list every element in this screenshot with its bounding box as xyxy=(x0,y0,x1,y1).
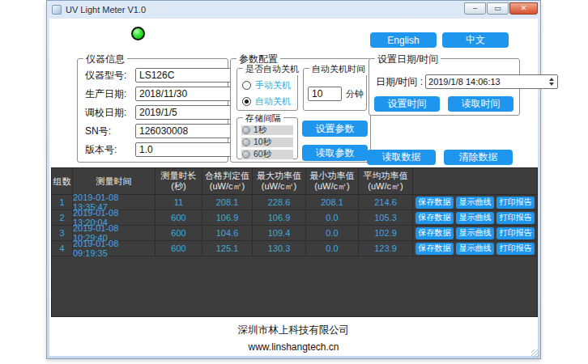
print-report-button[interactable]: 打印报告 xyxy=(496,227,535,239)
radio-interval-60s: 60秒 xyxy=(241,150,293,159)
close-button[interactable]: ✕ xyxy=(509,2,538,15)
read-time-button[interactable]: 读取时间 xyxy=(448,96,513,112)
website-url: www.linshangtech.cn xyxy=(49,341,538,353)
table-row[interactable]: 4 2019-01-08 09:19:35 600 125.1 130.3 0.… xyxy=(52,241,537,256)
resize-grip[interactable] xyxy=(531,349,539,358)
field-row: 版本号: xyxy=(85,142,220,157)
client-area: English 中文 仪器信息 仪器型号: 生产日期: 调校日期: S xyxy=(49,19,538,356)
cell-group-number: 2 xyxy=(52,210,73,225)
set-time-button[interactable]: 设置时间 xyxy=(374,96,440,112)
clear-data-button[interactable]: 清除数据 xyxy=(444,150,513,165)
radio-auto-off[interactable]: 自动关机 xyxy=(242,95,292,108)
show-curve-button[interactable]: 显示曲线 xyxy=(456,212,494,224)
radio-interval-1s: 1秒 xyxy=(241,125,293,135)
cell-qualified-value: 208.1 xyxy=(202,195,253,210)
minutes-unit-label: 分钟 xyxy=(346,88,364,100)
cell-actions: 保存数据 显示曲线 打印报告 xyxy=(413,226,537,240)
radio-disabled-icon xyxy=(242,138,250,146)
maximize-icon: ▭ xyxy=(494,4,501,12)
cell-min-power: 0.0 xyxy=(306,210,359,225)
cell-qualified-value: 125.1 xyxy=(202,241,253,256)
set-params-button[interactable]: 设置参数 xyxy=(302,121,368,137)
auto-off-legend: 是否自动关机 xyxy=(243,63,301,75)
radio-unselected-icon[interactable] xyxy=(242,81,251,90)
cell-group-number: 4 xyxy=(52,241,73,256)
cell-duration: 11 xyxy=(156,195,202,210)
cell-avg-power: 102.9 xyxy=(359,226,413,240)
param-config-group: 参数配置 是否自动关机 手动关机 自动关机 自动关机时间 xyxy=(230,58,371,163)
spinner-up-icon[interactable] xyxy=(549,78,554,81)
cell-actions: 保存数据 显示曲线 打印报告 xyxy=(413,195,537,210)
cell-actions: 保存数据 显示曲线 打印报告 xyxy=(413,210,537,225)
english-button[interactable]: English xyxy=(370,32,437,48)
header-min-power: 最小功率值(uW/c㎡) xyxy=(306,168,359,194)
desktop: UV Light Meter V1.0 – ▭ ✕ English 中文 仪器信… xyxy=(0,0,588,364)
measurement-table: 组数 测量时间 测量时长(秒) 合格判定值(uW/c㎡) 最大功率值(uW/c㎡… xyxy=(51,167,538,317)
radio-selected-icon[interactable] xyxy=(242,97,251,106)
close-icon: ✕ xyxy=(521,4,527,12)
header-qualified-value: 合格判定值(uW/c㎡) xyxy=(202,168,253,194)
cell-min-power: 208.1 xyxy=(306,195,359,210)
show-curve-button[interactable]: 显示曲线 xyxy=(456,243,494,255)
field-row: SN号: xyxy=(85,124,220,138)
cell-duration: 600 xyxy=(156,226,202,240)
show-curve-button[interactable]: 显示曲线 xyxy=(456,197,494,209)
storage-interval-legend: 存储间隔 xyxy=(243,112,283,125)
header-duration: 测量时长(秒) xyxy=(156,168,202,194)
field-row: 仪器型号: xyxy=(85,68,220,83)
save-data-button[interactable]: 保存数据 xyxy=(415,197,454,209)
company-name: 深圳市林上科技有限公司 xyxy=(49,324,538,337)
auto-off-group: 是否自动关机 手动关机 自动关机 xyxy=(236,68,298,111)
cell-group-number: 1 xyxy=(52,195,73,210)
field-row: 调校日期: xyxy=(85,105,220,120)
header-avg-power: 平均功率值(uW/c㎡) xyxy=(359,168,413,194)
save-data-button[interactable]: 保存数据 xyxy=(415,243,454,255)
cell-avg-power: 214.6 xyxy=(359,195,413,210)
cell-max-power: 106.9 xyxy=(253,210,306,225)
cell-max-power: 109.4 xyxy=(253,226,306,240)
print-report-button[interactable]: 打印报告 xyxy=(496,212,535,224)
cell-avg-power: 123.9 xyxy=(359,241,413,256)
field-row: 生产日期: xyxy=(85,87,220,101)
cell-qualified-value: 104.6 xyxy=(202,226,253,240)
header-measure-time: 测量时间 xyxy=(73,168,156,194)
radio-interval-60s-label: 60秒 xyxy=(254,149,271,160)
maximize-button[interactable]: ▭ xyxy=(487,2,509,15)
production-date-label: 生产日期: xyxy=(85,87,135,101)
radio-manual-off-label: 手动关机 xyxy=(255,79,291,91)
auto-off-time-legend: 自动关机时间 xyxy=(309,63,368,75)
cell-qualified-value: 106.9 xyxy=(202,210,253,225)
radio-auto-off-label: 自动关机 xyxy=(255,95,291,108)
header-group-number: 组数 xyxy=(52,168,73,194)
print-report-button[interactable]: 打印报告 xyxy=(496,243,535,255)
datetime-input[interactable] xyxy=(426,77,546,87)
app-icon xyxy=(52,5,62,15)
spinner-down-icon[interactable] xyxy=(549,83,554,86)
header-max-power: 最大功率值(uW/c㎡) xyxy=(253,168,306,194)
cell-actions: 保存数据 显示曲线 打印报告 xyxy=(413,241,537,256)
minimize-icon: – xyxy=(473,4,477,12)
show-curve-button[interactable]: 显示曲线 xyxy=(456,227,494,239)
chinese-button[interactable]: 中文 xyxy=(442,32,509,48)
save-data-button[interactable]: 保存数据 xyxy=(415,212,454,224)
status-led-icon xyxy=(131,27,145,40)
print-report-button[interactable]: 打印报告 xyxy=(496,197,535,209)
cell-group-number: 3 xyxy=(52,226,73,240)
minimize-button[interactable]: – xyxy=(464,2,486,15)
datetime-label: 日期/时间 : xyxy=(376,75,423,89)
save-data-button[interactable]: 保存数据 xyxy=(415,227,454,239)
window-title: UV Light Meter V1.0 xyxy=(66,5,464,15)
instrument-model-label: 仪器型号: xyxy=(85,69,135,83)
radio-interval-10s: 10秒 xyxy=(241,138,293,147)
cell-min-power: 0.0 xyxy=(306,226,359,240)
cell-avg-power: 105.3 xyxy=(359,210,413,225)
radio-interval-1s-label: 1秒 xyxy=(254,125,266,136)
auto-off-time-input[interactable] xyxy=(309,88,341,99)
window-titlebar[interactable]: UV Light Meter V1.0 – ▭ ✕ xyxy=(47,1,540,18)
read-params-button[interactable]: 读取参数 xyxy=(302,145,368,161)
calibration-date-label: 调校日期: xyxy=(85,106,135,120)
radio-manual-off[interactable]: 手动关机 xyxy=(242,79,292,91)
cell-max-power: 130.3 xyxy=(253,241,306,256)
read-data-button[interactable]: 读取数据 xyxy=(367,150,436,165)
header-actions xyxy=(413,168,537,194)
